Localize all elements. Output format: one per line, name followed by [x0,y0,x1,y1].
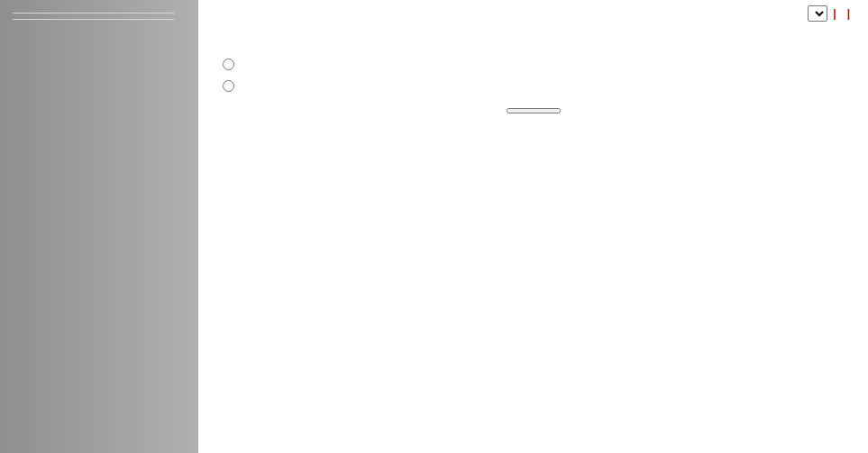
advance-mode-radio[interactable] [223,80,234,92]
divider [13,13,175,14]
pager [211,29,855,41]
main-panel: | | [198,0,868,453]
wizard-mode-row[interactable] [218,56,855,70]
rules-per-page-select[interactable] [808,5,827,22]
ok-button[interactable] [507,108,561,113]
rules-per-page [808,5,827,22]
advance-mode-row[interactable] [218,77,855,92]
divider [13,19,175,20]
wizard-mode-radio[interactable] [223,59,234,70]
separator: | [833,7,836,20]
mode-selector [218,56,855,92]
separator: | [847,7,850,20]
sidebar [0,0,198,453]
